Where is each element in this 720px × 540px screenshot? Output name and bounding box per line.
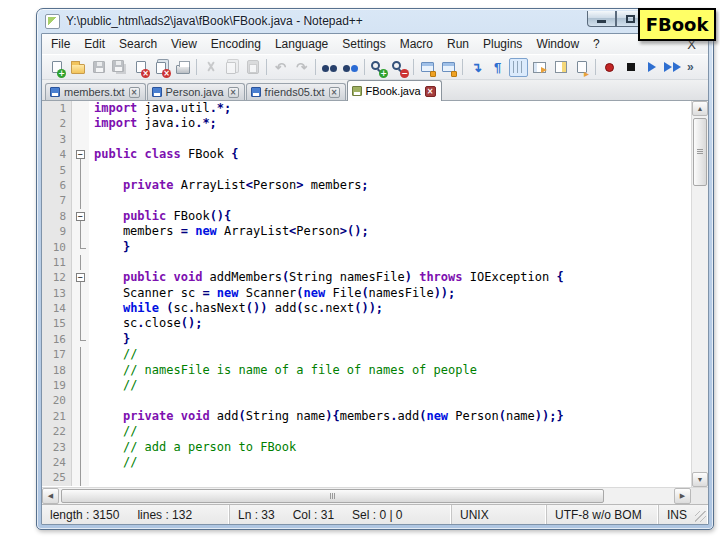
close-icon[interactable]: × — [131, 58, 150, 77]
line-number[interactable]: 13 — [42, 286, 72, 301]
doc-switcher-icon[interactable]: ▸ — [572, 58, 591, 77]
tab-close-icon[interactable]: × — [228, 87, 239, 98]
menu-encoding[interactable]: Encoding — [204, 35, 268, 53]
resize-grip-icon[interactable] — [695, 511, 706, 522]
show-all-characters-icon[interactable]: ¶ — [488, 58, 507, 77]
fold-collapse-icon[interactable] — [76, 212, 85, 221]
tab-fbook-java[interactable]: FBook.java× — [347, 80, 442, 101]
find-icon[interactable] — [320, 58, 339, 77]
fold-margin-collapse[interactable] — [72, 270, 89, 285]
menu-view[interactable]: View — [164, 35, 204, 53]
word-wrap-icon[interactable]: ↴ — [467, 58, 486, 77]
line-number[interactable]: 25 — [42, 470, 72, 485]
line-number[interactable]: 17 — [42, 347, 72, 362]
line-number[interactable]: 11 — [42, 255, 72, 270]
menu-edit[interactable]: Edit — [77, 35, 112, 53]
cut-icon[interactable] — [201, 58, 220, 77]
horizontal-scroll-track[interactable] — [59, 488, 674, 504]
menu-language[interactable]: Language — [268, 35, 335, 53]
line-number[interactable]: 24 — [42, 455, 72, 470]
tab-person-java[interactable]: Person.java× — [147, 83, 245, 100]
menu-run[interactable]: Run — [440, 35, 476, 53]
status-insert-mode[interactable]: INS — [659, 505, 708, 524]
menu-macro[interactable]: Macro — [393, 35, 440, 53]
line-number[interactable]: 10 — [42, 240, 72, 255]
scroll-up-arrow[interactable]: ▲ — [692, 101, 708, 116]
minimize-button[interactable] — [587, 11, 616, 27]
save-all-icon[interactable] — [110, 58, 129, 77]
playback-macro-icon[interactable] — [642, 58, 661, 77]
copy-icon[interactable] — [222, 58, 241, 77]
editor-area[interactable]: 1import java.util.*;2import java.io.*;34… — [42, 101, 708, 487]
line-number[interactable]: 21 — [42, 409, 72, 424]
horizontal-scrollbar[interactable]: ◀ ▶ — [42, 487, 708, 504]
code-line: 7 — [42, 193, 691, 208]
zoom-in-icon[interactable]: + — [369, 58, 388, 77]
line-number[interactable]: 1 — [42, 101, 72, 116]
scroll-right-arrow[interactable]: ▶ — [674, 488, 691, 504]
fold-collapse-icon[interactable] — [76, 150, 85, 159]
line-number[interactable]: 2 — [42, 116, 72, 131]
code-line: 6 private ArrayList<Person> members; — [42, 178, 691, 193]
toolbar-separator — [266, 59, 267, 75]
line-number[interactable]: 5 — [42, 163, 72, 178]
save-icon[interactable] — [89, 58, 108, 77]
paste-icon[interactable] — [243, 58, 262, 77]
print-icon[interactable] — [173, 58, 192, 77]
document-map-icon[interactable] — [551, 58, 570, 77]
tab-friends05-txt[interactable]: friends05.txt× — [246, 83, 346, 100]
close-all-icon[interactable]: × — [152, 58, 171, 77]
line-number[interactable]: 22 — [42, 424, 72, 439]
undo-icon[interactable]: ↶ — [271, 58, 290, 77]
vertical-scrollbar[interactable]: ▲ ▼ — [691, 101, 708, 487]
menu-settings[interactable]: Settings — [335, 35, 392, 53]
sync-vertical-icon[interactable] — [418, 58, 437, 77]
menu-search[interactable]: Search — [112, 35, 164, 53]
replace-icon[interactable] — [341, 58, 360, 77]
line-number[interactable]: 7 — [42, 193, 72, 208]
toolbar-overflow-chevron[interactable]: » — [687, 60, 694, 74]
line-number[interactable]: 15 — [42, 316, 72, 331]
fold-margin — [72, 301, 89, 316]
zoom-out-icon[interactable]: − — [390, 58, 409, 77]
line-number[interactable]: 14 — [42, 301, 72, 316]
line-number[interactable]: 4 — [42, 147, 72, 162]
indent-guide-icon[interactable] — [509, 58, 528, 77]
fold-collapse-icon[interactable] — [76, 273, 85, 282]
stop-record-icon[interactable] — [621, 58, 640, 77]
line-number[interactable]: 8 — [42, 209, 72, 224]
status-eol-format[interactable]: UNIX — [452, 505, 547, 524]
tab-members-txt[interactable]: members.txt× — [45, 83, 146, 100]
line-number[interactable]: 18 — [42, 363, 72, 378]
line-number[interactable]: 20 — [42, 393, 72, 408]
fold-margin-collapse[interactable] — [72, 209, 89, 224]
line-number[interactable]: 12 — [42, 270, 72, 285]
record-macro-icon[interactable] — [600, 58, 619, 77]
line-number[interactable]: 16 — [42, 332, 72, 347]
tab-close-icon[interactable]: × — [329, 87, 340, 98]
menu-plugins[interactable]: Plugins — [476, 35, 529, 53]
run-macro-multiple-icon[interactable] — [663, 58, 682, 77]
tab-close-icon[interactable]: × — [129, 87, 140, 98]
scroll-down-arrow[interactable]: ▼ — [692, 472, 708, 487]
open-icon[interactable] — [68, 58, 87, 77]
menu-window[interactable]: Window — [529, 35, 586, 53]
line-number[interactable]: 9 — [42, 224, 72, 239]
line-number[interactable]: 23 — [42, 440, 72, 455]
line-number[interactable]: 19 — [42, 378, 72, 393]
new-file-icon[interactable]: + — [47, 58, 66, 77]
sync-horizontal-icon[interactable] — [439, 58, 458, 77]
code-view[interactable]: 1import java.util.*;2import java.io.*;34… — [42, 101, 691, 487]
function-list-icon[interactable] — [530, 58, 549, 77]
menu-file[interactable]: File — [44, 35, 77, 53]
fold-margin-collapse[interactable] — [72, 147, 89, 162]
vertical-scroll-thumb[interactable] — [693, 118, 707, 186]
line-number[interactable]: 3 — [42, 132, 72, 147]
scroll-left-arrow[interactable]: ◀ — [42, 488, 59, 504]
redo-icon[interactable]: ↷ — [292, 58, 311, 77]
line-number[interactable]: 6 — [42, 178, 72, 193]
horizontal-scroll-thumb[interactable] — [61, 489, 604, 503]
tab-close-icon[interactable]: × — [425, 86, 436, 97]
status-encoding[interactable]: UTF-8 w/o BOM — [547, 505, 659, 524]
menu-help[interactable]: ? — [586, 35, 607, 53]
